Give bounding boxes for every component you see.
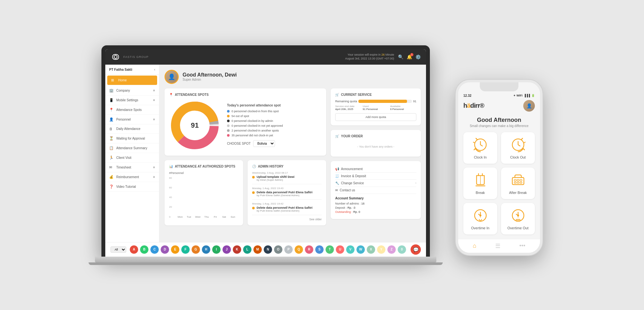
attendance-spots-card: 📍 ATTENDANCE SPOTS bbox=[165, 88, 326, 156]
personnel-avatar[interactable]: Y bbox=[377, 245, 386, 254]
personnel-avatar[interactable]: A bbox=[129, 245, 138, 254]
service-end-value: April 20th, 2025 bbox=[335, 108, 361, 111]
phone-greeting-title: Good Afternoon bbox=[463, 117, 535, 123]
sidebar-collapse-icon[interactable]: ‹ bbox=[154, 68, 155, 71]
summary-icon: 📋 bbox=[109, 146, 114, 150]
notification-icon[interactable]: 🔔 1 bbox=[407, 54, 412, 59]
personnel-avatar[interactable]: W bbox=[356, 245, 365, 254]
location-pin-icon: 📍 bbox=[169, 93, 173, 96]
greeting-text: Good Afternoon, Dewi Super Admin bbox=[183, 72, 237, 81]
left-column: 📍 ATTENDANCE SPOTS bbox=[165, 88, 326, 225]
announcement-icon: 📢 bbox=[335, 167, 339, 171]
donut-chart: 91 bbox=[169, 100, 221, 151]
phone-nav-home[interactable]: ⌂ bbox=[473, 242, 476, 250]
main-area: PT Fatiha Sakti ‹ ⊞ Home 🏢 Company ∨ bbox=[105, 65, 426, 242]
history-item-1: Wednesday, 3 Aug, 2022 08:17 Upload temp… bbox=[252, 171, 322, 184]
bars-container: Mon Tue bbox=[175, 177, 239, 218]
personnel-avatar[interactable]: R bbox=[305, 245, 314, 254]
personnel-avatar[interactable]: B bbox=[140, 245, 149, 254]
svg-rect-13 bbox=[520, 182, 522, 183]
personnel-avatar[interactable]: J bbox=[222, 245, 231, 254]
clock-in-card[interactable]: Clock In bbox=[463, 132, 497, 164]
break-card[interactable]: Break bbox=[463, 168, 497, 199]
sidebar-item-summary[interactable]: 📋 Attendance Summary bbox=[105, 143, 159, 153]
personnel-avatar[interactable]: S bbox=[315, 245, 324, 254]
attendance-spots-title: 📍 ATTENDANCE SPOTS bbox=[169, 93, 322, 96]
sidebar-item-company[interactable]: 🏢 Company ∨ bbox=[105, 86, 159, 96]
filter-select[interactable]: All bbox=[110, 246, 126, 253]
add-quota-button[interactable]: Add more quota bbox=[335, 113, 416, 121]
personnel-avatar[interactable]: L bbox=[243, 245, 252, 254]
personnel-avatar[interactable]: G bbox=[191, 245, 200, 254]
personnel-avatar[interactable]: N bbox=[263, 245, 272, 254]
quota-bar bbox=[358, 100, 412, 103]
personnel-avatar[interactable]: O bbox=[274, 245, 283, 254]
phone-user-avatar[interactable]: 👤 bbox=[523, 100, 535, 112]
spot-select[interactable]: Bolivia bbox=[253, 140, 275, 147]
settings-icon[interactable]: ⚙️ bbox=[415, 54, 421, 59]
sidebar-item-client-visit[interactable]: 🏃 Client Visit bbox=[105, 153, 159, 163]
personnel-avatar[interactable]: Q bbox=[294, 245, 303, 254]
personnel-avatar[interactable]: C bbox=[150, 245, 159, 254]
sidebar-item-home[interactable]: ⊞ Home bbox=[107, 76, 157, 85]
phone-inner: 12.32 ⌖ WiFi ▐▐▐ 🔋 hädirr® 👤 Good Aftern… bbox=[458, 82, 540, 253]
phone-nav-list[interactable]: ☰ bbox=[495, 242, 500, 250]
user-avatar: 👤 bbox=[165, 70, 179, 84]
personnel-avatar[interactable]: T bbox=[325, 245, 334, 254]
sidebar-item-reimbursement[interactable]: 💰 Reimbursement ∨ bbox=[105, 172, 159, 182]
phone-header: hädirr® 👤 bbox=[458, 97, 540, 114]
chevron-down-icon2: ∨ bbox=[153, 98, 155, 102]
personnel-avatar[interactable]: Z bbox=[387, 245, 396, 254]
clock-out-card[interactable]: Clock Out bbox=[501, 132, 535, 164]
account-summary-title: Account Summary bbox=[335, 196, 416, 200]
svg-rect-8 bbox=[514, 179, 516, 181]
sidebar-item-attendance-spots[interactable]: 📍 Attendance Spots bbox=[105, 105, 159, 115]
quota-row: Remaining quota 91 bbox=[335, 100, 416, 103]
after-break-card[interactable]: After Break bbox=[501, 168, 535, 199]
account-summary: Account Summary Number of admins : 16 De… bbox=[335, 196, 416, 214]
personnel-avatar[interactable]: U bbox=[336, 245, 345, 254]
personnel-avatar[interactable]: D bbox=[160, 245, 169, 254]
overtime-in-card[interactable]: Overtime In bbox=[463, 203, 497, 234]
phone-nav-more[interactable]: ••• bbox=[519, 242, 526, 250]
personnel-avatar[interactable]: E bbox=[171, 245, 180, 254]
laptop-base bbox=[95, 257, 436, 262]
invoice-link[interactable]: 🧾 Invoice & Deposit bbox=[335, 173, 416, 180]
session-info: Your session will expire in 26 Minute Au… bbox=[345, 53, 394, 60]
service-end-label: Service end date bbox=[335, 105, 361, 108]
personnel-avatar[interactable]: K bbox=[232, 245, 242, 254]
phone-time: 12.32 bbox=[463, 94, 471, 97]
personnel-avatar[interactable]: 0 bbox=[397, 245, 406, 254]
sidebar-label-daily: Daily Attendance bbox=[116, 127, 140, 131]
see-older-link[interactable]: See older bbox=[252, 218, 322, 221]
current-service-card: 🛒 CURRENT SERVICE Remaining quota bbox=[331, 88, 421, 125]
sidebar-item-mobile-settings[interactable]: 📱 Mobile Settings ∨ bbox=[105, 96, 159, 105]
personnel-avatar[interactable]: X bbox=[366, 245, 375, 254]
change-service-link[interactable]: 🔧 Change Service › bbox=[335, 180, 416, 187]
chat-button[interactable]: 💬 bbox=[411, 244, 421, 255]
search-icon[interactable]: 🔍 bbox=[398, 54, 403, 59]
y-axis: 80 60 40 20 0 bbox=[169, 177, 173, 218]
personnel-avatar[interactable]: M bbox=[253, 245, 262, 254]
personnel-avatar[interactable]: V bbox=[346, 245, 355, 254]
overtime-out-card[interactable]: Overtime Out bbox=[501, 203, 535, 234]
sidebar-item-daily-attendance[interactable]: 🗓 Daily Attendance bbox=[105, 124, 159, 134]
sidebar-label-company: Company bbox=[116, 89, 130, 92]
personnel-avatar[interactable]: P bbox=[284, 245, 293, 254]
personnel-avatar[interactable]: F bbox=[181, 245, 190, 254]
personnel-avatar[interactable]: H bbox=[202, 245, 211, 254]
sidebar-item-timesheet[interactable]: ✉ Timesheet ∨ bbox=[105, 163, 159, 172]
sidebar-item-video-tutorial[interactable]: ❓ Video Tutorial bbox=[105, 182, 159, 192]
help-icon: ❓ bbox=[109, 185, 114, 189]
personnel-avatar[interactable]: I bbox=[212, 245, 221, 254]
app: FASTIS GROUP Your session will expire in… bbox=[105, 49, 426, 257]
contact-link[interactable]: ✉ Contact us bbox=[335, 187, 416, 194]
clock-out-icon bbox=[510, 137, 526, 153]
sidebar-company: PT Fatiha Sakti bbox=[109, 68, 132, 71]
sidebar-label-mobile: Mobile Settings bbox=[116, 98, 138, 102]
account-deposit: Deposit : Rp. -3 bbox=[335, 206, 416, 209]
bar-chart-wrapper: 80 60 40 20 0 bbox=[169, 177, 239, 218]
sidebar-item-waiting-approval[interactable]: ⏳ Waiting for Approval bbox=[105, 134, 159, 143]
sidebar-item-personnel[interactable]: 👤 Personnel ∨ bbox=[105, 115, 159, 124]
announcement-link[interactable]: 📢 Announcement bbox=[335, 166, 416, 173]
